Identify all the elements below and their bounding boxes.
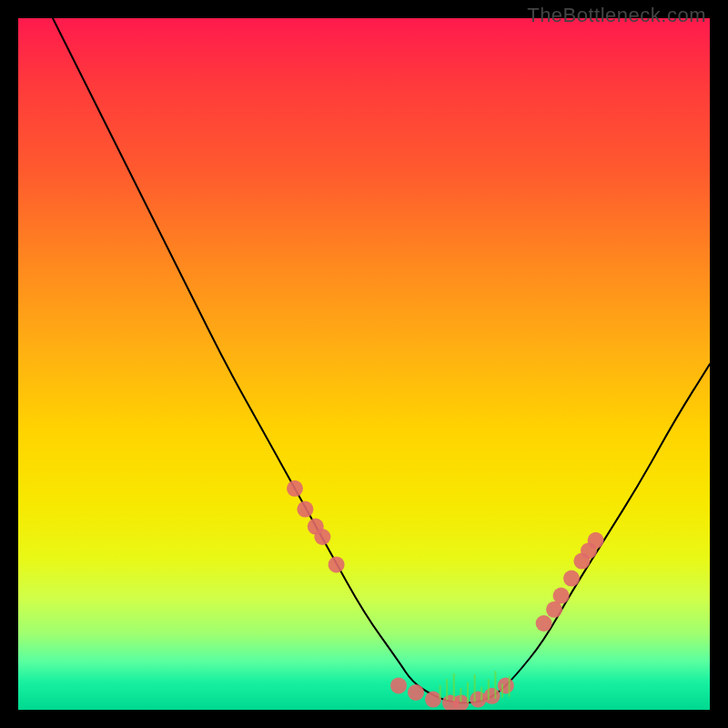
- marker-dot: [536, 615, 552, 632]
- noise-tick: [460, 688, 461, 702]
- noise-tick: [488, 679, 490, 700]
- marker-dot: [484, 688, 500, 704]
- noise-tick: [480, 687, 482, 701]
- chart-svg: [18, 18, 710, 710]
- marker-dot: [287, 480, 303, 497]
- marker-dot: [588, 532, 604, 549]
- marker-dot: [390, 677, 407, 693]
- marker-dot: [329, 556, 345, 572]
- noise-tick: [467, 682, 469, 703]
- noise-tick: [509, 676, 511, 697]
- noise-tick: [453, 673, 455, 701]
- marker-dot: [297, 501, 313, 518]
- marker-dot: [498, 677, 514, 693]
- curve-markers-group: [287, 480, 604, 710]
- noise-tick: [501, 684, 503, 698]
- watermark-text: TheBottleneck.com: [527, 4, 706, 27]
- marker-dot: [563, 571, 580, 587]
- chart-frame: [18, 18, 710, 710]
- bottleneck-curve-line: [53, 18, 710, 703]
- marker-dot: [553, 588, 570, 604]
- noise-tick: [440, 685, 441, 699]
- noise-tick: [446, 679, 448, 700]
- noise-tick: [474, 674, 476, 702]
- plot-gradient-area: [18, 18, 710, 710]
- marker-dot: [408, 684, 424, 701]
- marker-dot: [470, 692, 486, 708]
- noise-tick: [494, 671, 496, 698]
- marker-dot: [425, 692, 441, 708]
- marker-dot: [314, 529, 330, 545]
